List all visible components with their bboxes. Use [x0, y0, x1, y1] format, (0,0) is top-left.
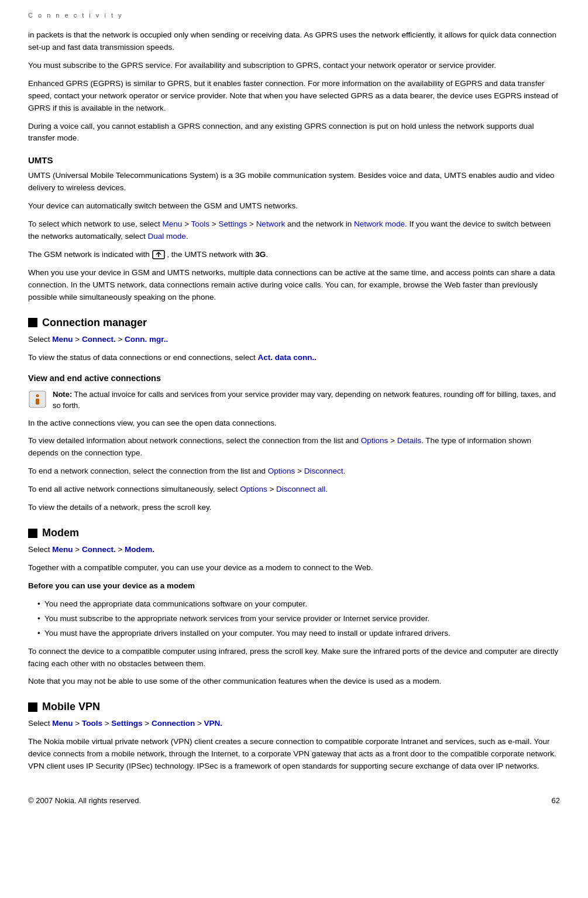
note-box: Note: The actual invoice for calls and s… [28, 389, 560, 412]
umts-heading-container: UMTS [28, 155, 560, 165]
page-number: 62 [552, 796, 560, 805]
umts-p3: To select which network to use, select M… [28, 218, 560, 243]
page-footer: © 2007 Nokia. All rights reserved. 62 [28, 796, 560, 805]
paragraph-4: During a voice call, you cannot establis… [28, 121, 560, 145]
modem-before-heading: Before you can use your device as a mode… [28, 580, 560, 592]
connection-manager-section-heading: Connection manager [28, 317, 560, 329]
conn-mgr-p3: In the active connections view, you can … [28, 417, 560, 430]
copyright-text: © 2007 Nokia. All rights reserved. [28, 796, 141, 805]
conn-mgr-p6: To end all active network connections si… [28, 484, 560, 496]
vpn-p1: Select Menu > Tools > Settings > Connect… [28, 718, 560, 730]
conn-mgr-p1: Select Menu > Connect. > Conn. mgr.. [28, 334, 560, 346]
conn-mgr-p2: To view the status of data connections o… [28, 352, 560, 364]
gsm-network-icon [152, 249, 165, 260]
section-square-icon-3 [28, 702, 37, 712]
modem-p2: Together with a compatible computer, you… [28, 562, 560, 574]
note-content: Note: The actual invoice for calls and s… [53, 389, 560, 412]
paragraph-1: in packets is that the network is occupi… [28, 29, 560, 54]
umts-p1: UMTS (Universal Mobile Telecommunication… [28, 170, 560, 194]
umts-p2: Your device can automatically switch bet… [28, 200, 560, 212]
umts-heading: UMTS [28, 155, 53, 165]
modem-p1: Select Menu > Connect. > Modem. [28, 544, 560, 556]
section-square-icon [28, 318, 37, 327]
section-square-icon-2 [28, 529, 37, 538]
modem-bullet-list: You need the appropriate data communicat… [37, 598, 560, 640]
modem-bullet-1: You need the appropriate data communicat… [37, 598, 560, 611]
modem-p3: To connect the device to a compatible co… [28, 646, 560, 670]
modem-p4: Note that you may not be able to use som… [28, 676, 560, 688]
conn-mgr-p5: To end a network connection, select the … [28, 465, 560, 478]
mobile-vpn-section-heading: Mobile VPN [28, 701, 560, 713]
umts-p4: The GSM network is indicated with , the … [28, 249, 560, 261]
svg-point-3 [36, 394, 39, 397]
view-end-connections-heading: View and end active connections [28, 373, 560, 383]
paragraph-2: You must subscribe to the GPRS service. … [28, 60, 560, 72]
note-icon [28, 390, 47, 409]
svg-rect-4 [36, 399, 39, 405]
paragraph-3: Enhanced GPRS (EGPRS) is similar to GPRS… [28, 78, 560, 115]
modem-section-heading: Modem [28, 527, 560, 539]
vpn-p2: The Nokia mobile virtual private network… [28, 736, 560, 773]
modem-bullet-2: You must subscribe to the appropriate ne… [37, 613, 560, 625]
modem-bullet-3: You must have the appropriate drivers in… [37, 628, 560, 640]
umts-p5: When you use your device in GSM and UMTS… [28, 267, 560, 304]
conn-mgr-p7: To view the details of a network, press … [28, 502, 560, 514]
page-header: C o n n e c t i v i t y [28, 12, 560, 19]
conn-mgr-p4: To view detailed information about netwo… [28, 435, 560, 460]
